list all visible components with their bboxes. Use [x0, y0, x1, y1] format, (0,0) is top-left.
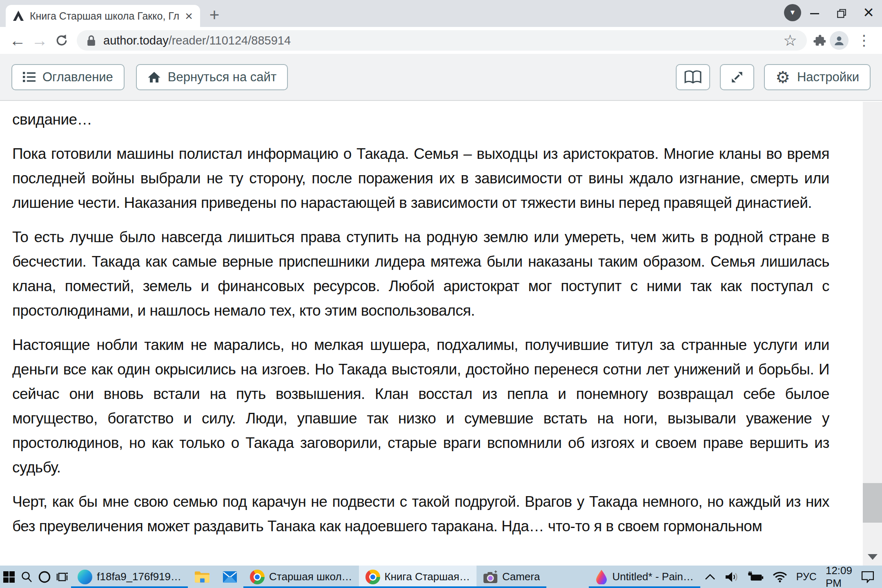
windows-logo-icon [3, 571, 15, 583]
forward-button[interactable]: → [29, 32, 51, 49]
clock-label: 12:09 PM [826, 564, 852, 588]
taskbar-app-chrome-1[interactable]: Старшая школ… [243, 566, 359, 588]
chevron-up-icon [705, 573, 715, 580]
taskbar-app-camera[interactable]: Camera [477, 566, 546, 588]
search-icon [20, 571, 33, 583]
taskbar-search-button[interactable] [18, 566, 36, 588]
toc-button-label: Оглавление [42, 70, 113, 85]
book-paragraph: То есть лучше было навсегда лишиться пра… [12, 225, 829, 323]
expand-icon [730, 70, 744, 85]
wifi-icon [773, 571, 787, 583]
taskbar-app-label: Книга Старшая… [385, 570, 470, 583]
profile-button[interactable] [830, 31, 849, 50]
bookmark-star-icon[interactable]: ☆ [783, 33, 797, 48]
lock-icon [87, 35, 96, 47]
taskbar-app-explorer[interactable] [188, 566, 216, 588]
extensions-button[interactable] [812, 33, 826, 47]
settings-button-label: Настройки [797, 70, 859, 85]
volume-button[interactable] [720, 566, 744, 588]
action-center-button[interactable] [857, 566, 879, 588]
url-domain: author.today [103, 34, 169, 47]
browser-menu-button[interactable]: ⋮ [853, 33, 875, 48]
language-label: РУС [796, 571, 817, 583]
task-view-button[interactable] [53, 566, 71, 588]
list-icon [23, 71, 36, 82]
cortana-button[interactable] [36, 566, 53, 588]
system-tray: РУС 12:09 PM [700, 566, 882, 588]
taskbar-app-paint[interactable]: Untitled* - Pain… [589, 566, 700, 588]
taskbar-app-label: Untitled* - Pain… [612, 570, 693, 583]
scrollbar-track[interactable] [863, 102, 882, 566]
avatar-icon [833, 35, 845, 46]
task-view-icon [56, 570, 69, 584]
book-paragraph: Пока готовили машины полистал информацию… [12, 142, 829, 215]
scroll-down-arrow-icon[interactable] [868, 554, 878, 560]
minimize-icon [810, 13, 819, 14]
taskbar-app-label: Camera [502, 570, 540, 583]
taskbar-app-chrome-2[interactable]: Книга Старшая… [359, 566, 477, 588]
toolbar-right-group: ⚙ Настройки [676, 64, 871, 90]
url-input[interactable]: author.today/reader/110124/885914 ☆ [77, 30, 807, 51]
settings-button[interactable]: ⚙ Настройки [764, 64, 871, 90]
battery-button[interactable] [744, 566, 768, 588]
address-bar: ← → author.today/reader/110124/885914 ☆ … [0, 27, 882, 54]
tray-expand-button[interactable] [700, 566, 720, 588]
scrollbar-thumb[interactable] [863, 483, 882, 523]
new-tab-button[interactable]: + [205, 6, 224, 24]
cortana-icon [38, 570, 51, 584]
gear-icon: ⚙ [775, 69, 790, 85]
speaker-icon [724, 571, 739, 583]
restore-icon [836, 8, 847, 19]
battery-charging-icon [748, 571, 764, 582]
window-controls: × [801, 0, 882, 27]
back-to-site-button[interactable]: Вернуться на сайт [136, 64, 288, 90]
chrome-icon [365, 570, 380, 584]
puzzle-icon [812, 33, 826, 47]
close-icon: × [863, 3, 874, 21]
paint-icon [595, 569, 608, 584]
taskbar: f18fa9_176f919… Старшая школ… Книга Стар… [0, 566, 882, 588]
url-path: /reader/110124/885914 [169, 34, 291, 47]
back-to-site-label: Вернуться на сайт [168, 70, 276, 85]
minimize-button[interactable] [801, 0, 828, 27]
restore-button[interactable] [828, 0, 855, 27]
reading-mode-button[interactable] [676, 64, 710, 90]
toc-button[interactable]: Оглавление [11, 64, 125, 90]
clock[interactable]: 12:09 PM [821, 566, 857, 588]
chrome-icon [250, 570, 265, 584]
tab-search-button[interactable]: ▼ [784, 4, 801, 21]
fullscreen-button[interactable] [720, 64, 754, 90]
reload-icon [54, 33, 69, 48]
tab-close-icon[interactable]: × [184, 9, 194, 22]
tab-title: Книга Старшая школа Гакко, Гла [30, 10, 179, 22]
taskbar-app-edge[interactable]: f18fa9_176f919… [71, 566, 188, 588]
action-center-icon [861, 571, 874, 583]
taskbar-app-mail[interactable] [216, 566, 243, 588]
taskbar-app-label: f18fa9_176f919… [97, 570, 181, 583]
folder-icon [194, 570, 210, 583]
back-button[interactable]: ← [7, 32, 29, 49]
close-window-button[interactable]: × [855, 0, 882, 27]
taskbar-app-label: Старшая школ… [269, 570, 352, 583]
url-text: author.today/reader/110124/885914 [103, 34, 291, 47]
book-paragraph: свидание… [12, 107, 829, 132]
camera-icon [483, 570, 498, 584]
language-indicator[interactable]: РУС [792, 566, 821, 588]
book-paragraph: Настоящие нобли таким не марались, но ме… [12, 333, 829, 480]
caret-down-icon: ▼ [789, 9, 796, 17]
network-button[interactable] [768, 566, 792, 588]
book-icon [684, 70, 702, 85]
mail-icon [223, 571, 237, 583]
reload-button[interactable] [51, 33, 73, 48]
reader-toolbar: Оглавление Вернуться на сайт ⚙ Настройки [0, 54, 882, 101]
book-paragraph: Черт, как бы мне свою семью под карачун … [12, 490, 829, 539]
edge-icon [78, 570, 92, 584]
browser-tab[interactable]: Книга Старшая школа Гакко, Гла × [6, 5, 200, 27]
tab-bar: Книга Старшая школа Гакко, Гла × + ▼ × [0, 0, 882, 27]
site-favicon-icon [12, 10, 24, 22]
home-icon [147, 71, 161, 83]
book-text-area: свидание… Пока готовили машины полистал … [0, 102, 863, 566]
start-button[interactable] [0, 566, 18, 588]
